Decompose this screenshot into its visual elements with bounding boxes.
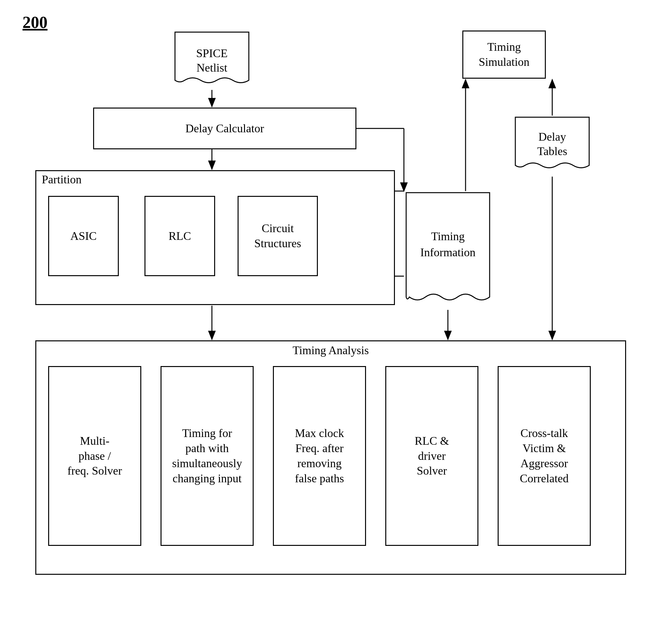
- partition-label: Partition: [42, 173, 81, 186]
- asic-box: ASIC: [48, 196, 119, 276]
- timing-simulation-label: Timing Simulation: [479, 40, 529, 70]
- timing-analysis-label: Timing Analysis: [35, 344, 626, 357]
- multiphase-label: Multi- phase / freq. Solver: [67, 434, 122, 479]
- timing-path-box: Timing for path with simultaneously chan…: [161, 366, 254, 546]
- timing-path-label: Timing for path with simultaneously chan…: [172, 426, 242, 486]
- svg-text:Netlist: Netlist: [196, 61, 227, 74]
- max-clock-label: Max clock Freq. after removing false pat…: [295, 426, 344, 486]
- timing-information-box: Timing Information: [405, 191, 491, 310]
- timing-simulation-box: Timing Simulation: [462, 30, 546, 79]
- svg-text:Tables: Tables: [537, 145, 567, 158]
- delay-calculator-label: Delay Calculator: [186, 121, 264, 136]
- diagram-container: 200: [19, 13, 662, 623]
- crosstalk-box: Cross-talk Victim & Aggressor Correlated: [498, 366, 591, 546]
- spice-netlist-box: SPICE Netlist: [173, 30, 250, 90]
- max-clock-box: Max clock Freq. after removing false pat…: [273, 366, 366, 546]
- delay-calculator-box: Delay Calculator: [93, 107, 356, 149]
- svg-text:Information: Information: [420, 246, 476, 259]
- circuit-structures-label: Circuit Structures: [254, 221, 301, 251]
- svg-text:Timing: Timing: [431, 230, 465, 243]
- delay-tables-box: Delay Tables: [514, 116, 591, 177]
- rlc-box: RLC: [144, 196, 215, 276]
- crosstalk-label: Cross-talk Victim & Aggressor Correlated: [520, 426, 569, 486]
- svg-text:Delay: Delay: [538, 130, 566, 143]
- rlc-driver-label: RLC & driver Solver: [414, 434, 449, 479]
- asic-label: ASIC: [70, 228, 97, 244]
- multiphase-box: Multi- phase / freq. Solver: [48, 366, 141, 546]
- svg-text:SPICE: SPICE: [196, 47, 227, 60]
- circuit-structures-box: Circuit Structures: [238, 196, 318, 276]
- figure-label: 200: [22, 13, 48, 32]
- rlc-driver-box: RLC & driver Solver: [385, 366, 478, 546]
- rlc-label: RLC: [169, 228, 191, 244]
